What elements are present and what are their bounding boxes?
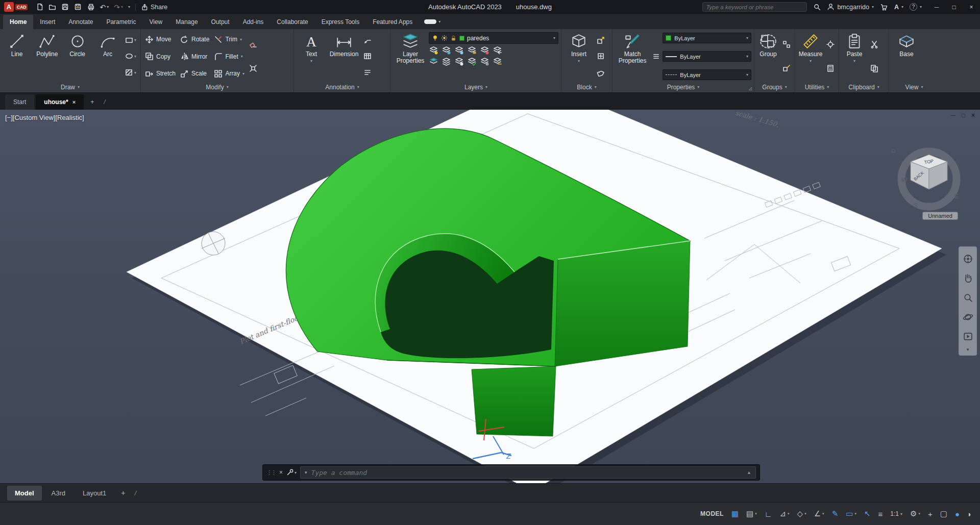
tab-home[interactable]: Home — [3, 15, 33, 29]
named-view-pill[interactable]: Unnamed — [922, 212, 958, 220]
edit-block-button[interactable] — [596, 36, 606, 45]
match-properties-button[interactable]: Match Properties — [615, 31, 650, 82]
layer-dropdown[interactable]: paredes ▾ — [429, 32, 558, 44]
layers-panel-label[interactable]: Layers▾ — [391, 82, 561, 92]
group-button[interactable]: Group — [757, 31, 779, 82]
tab-view[interactable]: View — [142, 15, 169, 29]
close-button[interactable]: × — [963, 0, 980, 14]
ungroup-button[interactable] — [781, 40, 792, 49]
compass-west-label[interactable]: W — [901, 177, 908, 184]
command-close-icon[interactable]: × — [279, 469, 283, 476]
maximize-button[interactable]: □ — [945, 0, 963, 14]
search-input[interactable] — [706, 4, 803, 10]
group-edit-button[interactable] — [781, 64, 792, 73]
utilities-panel-label[interactable]: Utilities▾ — [795, 82, 839, 92]
plot-button[interactable] — [87, 3, 94, 11]
compass-east-label[interactable]: E — [954, 193, 959, 200]
command-input-field[interactable]: ▾ ▲ — [300, 466, 756, 479]
status-overflow-button[interactable]: ◗ — [967, 510, 972, 518]
linetype-dropdown[interactable]: ByLayer ▾ — [663, 69, 751, 80]
tab-insert[interactable]: Insert — [33, 15, 62, 29]
selection-cycling-toggle[interactable]: ↖ — [864, 509, 871, 518]
command-line-dock[interactable]: ⋮⋮ × ▾ ▾ ▲ — [262, 464, 760, 481]
draw-panel-label[interactable]: Draw▾ — [0, 82, 140, 92]
tab-parametric[interactable]: Parametric — [100, 15, 142, 29]
nav-wheel-button[interactable] — [960, 249, 975, 268]
layer-prev-tool-icon[interactable] — [493, 45, 502, 55]
ribbon-display-toggle[interactable]: ▾ — [424, 19, 440, 24]
layer-match-tool-icon[interactable] — [480, 45, 489, 55]
rectangle-tool-button[interactable]: ▾ — [124, 36, 137, 45]
layout-tab-model[interactable]: Model — [7, 486, 42, 501]
tab-annotate[interactable]: Annotate — [62, 15, 100, 29]
navbar-chevron-icon[interactable]: ▾ — [967, 346, 969, 353]
search-icon[interactable] — [813, 3, 821, 11]
viewcube-home-icon[interactable]: ⌂ — [891, 146, 895, 154]
layer-current-tool-icon[interactable] — [467, 57, 477, 66]
copy-tool-button[interactable]: Copy — [143, 50, 177, 63]
lineweight-toggle[interactable]: ≡ — [878, 510, 883, 518]
help-button[interactable]: ?▾ — [910, 3, 922, 11]
redo-chevron-icon[interactable]: ▾ — [121, 5, 123, 9]
circle-tool-button[interactable]: Circle — [63, 31, 92, 82]
open-file-button[interactable] — [48, 3, 56, 11]
layer-off-tool-icon[interactable] — [429, 45, 438, 55]
viewcube-cube[interactable]: TOP BACK — [911, 155, 947, 189]
move-tool-button[interactable]: Move — [143, 33, 177, 46]
save-button[interactable] — [61, 3, 69, 11]
snap-toggle[interactable]: ▤▾ — [746, 509, 757, 518]
fillet-tool-button[interactable]: Fillet▾ — [212, 50, 246, 63]
customization-button[interactable]: ⚙▾ — [910, 509, 920, 518]
mirror-tool-button[interactable]: Mirror — [179, 50, 211, 63]
groups-panel-label[interactable]: Groups▾ — [754, 82, 795, 92]
lineweight-dropdown[interactable]: ByLayer ▾ — [663, 51, 751, 62]
tab-addins[interactable]: Add-ins — [236, 15, 271, 29]
mleader-style-button[interactable] — [362, 68, 373, 77]
layout-tab-a3rd[interactable]: A3rd — [44, 486, 73, 501]
layer-unlock-tool-icon[interactable] — [454, 57, 464, 66]
layer-color-swatch[interactable] — [459, 36, 464, 41]
layer-freeze-sun-icon[interactable] — [441, 35, 448, 41]
tab-express-tools[interactable]: Express Tools — [315, 15, 366, 29]
tab-output[interactable]: Output — [205, 15, 236, 29]
annotation-panel-label[interactable]: Annotation▾ — [294, 82, 390, 92]
hatch-tool-button[interactable]: ▾ — [124, 68, 137, 77]
properties-dialog-launcher[interactable]: ◿ — [749, 86, 752, 91]
properties-list-icon[interactable] — [652, 53, 660, 60]
layer-lock-icon[interactable] — [450, 35, 457, 41]
layer-isolate-tool-icon[interactable] — [442, 45, 451, 55]
viewport-close-icon[interactable]: × — [971, 112, 975, 119]
qat-customize-button[interactable]: ▾ — [128, 5, 130, 9]
text-tool-button[interactable]: A Text ▾ — [297, 31, 326, 82]
new-drawing-tab-button[interactable]: + — [85, 94, 99, 110]
viewport-minimize-icon[interactable]: ─ — [951, 112, 955, 119]
polyline-tool-button[interactable]: Polyline — [33, 31, 61, 82]
command-input[interactable] — [311, 469, 743, 477]
command-dock-grip[interactable]: ⋮⋮ — [266, 469, 276, 476]
block-panel-label[interactable]: Block▾ — [561, 82, 612, 92]
recent-commands-button[interactable]: ▾ — [305, 470, 307, 475]
file-tab-start[interactable]: Start — [5, 94, 34, 110]
id-point-button[interactable] — [825, 40, 836, 49]
layer-state-tool-icon[interactable] — [493, 57, 502, 66]
annotation-visibility-toggle[interactable]: ✎ — [832, 509, 839, 518]
undo-chevron-icon[interactable]: ▾ — [107, 5, 109, 9]
explode-tool-button[interactable] — [248, 64, 258, 73]
object-color-dropdown[interactable]: ByLayer ▾ — [663, 33, 751, 43]
insert-block-button[interactable]: Insert ▾ — [564, 31, 594, 82]
dimension-tool-button[interactable]: Dimension — [328, 31, 360, 82]
command-customize-button[interactable]: ▾ — [286, 469, 297, 476]
nav-zoom-button[interactable] — [960, 288, 975, 307]
cart-icon[interactable] — [880, 3, 888, 11]
measure-button[interactable]: Measure ▾ — [798, 31, 823, 82]
command-history-button[interactable]: ▲ — [747, 470, 751, 475]
leader-tool-button[interactable] — [362, 36, 373, 45]
viewcube[interactable]: ⌂ W S E TOP BACK — [889, 134, 971, 218]
help-search-field[interactable] — [702, 2, 807, 12]
compass-south-label[interactable]: S — [914, 202, 918, 209]
stretch-tool-button[interactable]: Stretch — [143, 67, 177, 80]
scale-tool-button[interactable]: Scale — [179, 67, 211, 80]
workspace-switch[interactable]: ▭▾ — [846, 509, 856, 518]
ellipse-tool-button[interactable]: ▾ — [124, 52, 137, 61]
viewport-restore-icon[interactable]: □ — [962, 112, 965, 119]
